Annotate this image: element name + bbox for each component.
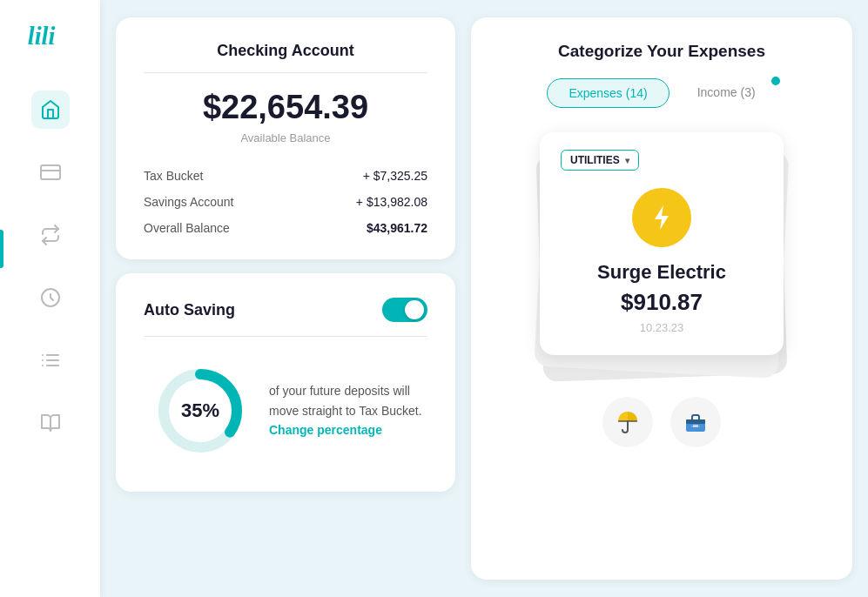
expense-amount: $910.87 <box>561 289 763 316</box>
divider <box>144 72 427 73</box>
change-percentage-link[interactable]: Change percentage <box>269 423 382 437</box>
svg-text:lili: lili <box>27 23 55 50</box>
categorize-title: Categorize Your Expenses <box>495 42 828 61</box>
categorize-card: Categorize Your Expenses Expenses (14) I… <box>471 17 852 580</box>
tab-income[interactable]: Income (3) <box>676 78 777 108</box>
expense-card-stack: UTILITIES ▾ Surge Electric $910.87 10 <box>495 132 828 376</box>
expense-card-main: UTILITIES ▾ Surge Electric $910.87 10 <box>540 132 784 355</box>
table-row: Overall Balance $43,961.72 <box>144 221 427 235</box>
tab-expenses[interactable]: Expenses (14) <box>547 78 669 108</box>
expense-date: 10.23.23 <box>561 321 763 334</box>
auto-saving-title: Auto Saving <box>144 301 235 319</box>
table-row: Tax Bucket + $7,325.25 <box>144 169 427 183</box>
checking-title: Checking Account <box>144 42 427 60</box>
business-action-button[interactable] <box>670 397 721 447</box>
main-content: Checking Account $22,654.39 Available Ba… <box>100 0 868 597</box>
row-label: Tax Bucket <box>144 169 203 183</box>
auto-saving-body: 35% of your future deposits will move st… <box>144 354 427 467</box>
row-value: + $7,325.25 <box>363 169 427 183</box>
row-label: Savings Account <box>144 195 234 209</box>
row-value: $43,961.72 <box>367 221 427 235</box>
balance-amount: $22,654.39 <box>144 89 427 126</box>
income-tab-dot <box>771 77 780 85</box>
row-label: Overall Balance <box>144 221 230 235</box>
sidebar-nav <box>0 91 100 442</box>
table-row: Savings Account + $13,982.08 <box>144 195 427 209</box>
expense-icon-circle <box>632 188 691 247</box>
svg-marker-12 <box>655 205 669 230</box>
svg-rect-1 <box>41 165 60 179</box>
sidebar-item-transfers[interactable] <box>31 216 70 254</box>
sidebar-item-home[interactable] <box>31 91 70 129</box>
account-rows: Tax Bucket + $7,325.25 Savings Account +… <box>144 169 427 235</box>
sidebar-item-books[interactable] <box>31 404 70 442</box>
personal-action-button[interactable] <box>602 397 653 447</box>
svg-rect-15 <box>686 419 705 424</box>
action-icons <box>495 397 828 447</box>
auto-saving-toggle[interactable] <box>382 298 427 322</box>
toggle-knob <box>405 300 424 319</box>
left-column: Checking Account $22,654.39 Available Ba… <box>116 17 455 580</box>
donut-chart: 35% <box>152 363 248 459</box>
expense-icon-wrap <box>561 188 763 247</box>
donut-percentage: 35% <box>181 399 219 422</box>
active-indicator <box>0 230 3 268</box>
auto-saving-card: Auto Saving 35% of your future depos <box>116 273 455 492</box>
balance-label: Available Balance <box>144 131 427 144</box>
logo: lili <box>24 17 77 56</box>
auto-saving-description: of your future deposits will move straig… <box>269 381 427 439</box>
row-value: + $13,982.08 <box>356 195 427 209</box>
sidebar-item-savings[interactable] <box>31 278 70 317</box>
expense-tabs: Expenses (14) Income (3) <box>495 78 828 108</box>
right-column: Categorize Your Expenses Expenses (14) I… <box>471 17 852 580</box>
chevron-down-icon: ▾ <box>625 156 629 165</box>
category-badge[interactable]: UTILITIES ▾ <box>561 150 639 171</box>
sidebar-item-reports[interactable] <box>31 341 70 379</box>
expense-merchant: Surge Electric <box>561 261 763 284</box>
checking-account-card: Checking Account $22,654.39 Available Ba… <box>116 17 455 259</box>
auto-saving-header: Auto Saving <box>144 298 427 337</box>
sidebar: lili <box>0 0 100 597</box>
sidebar-item-cards[interactable] <box>31 153 70 191</box>
